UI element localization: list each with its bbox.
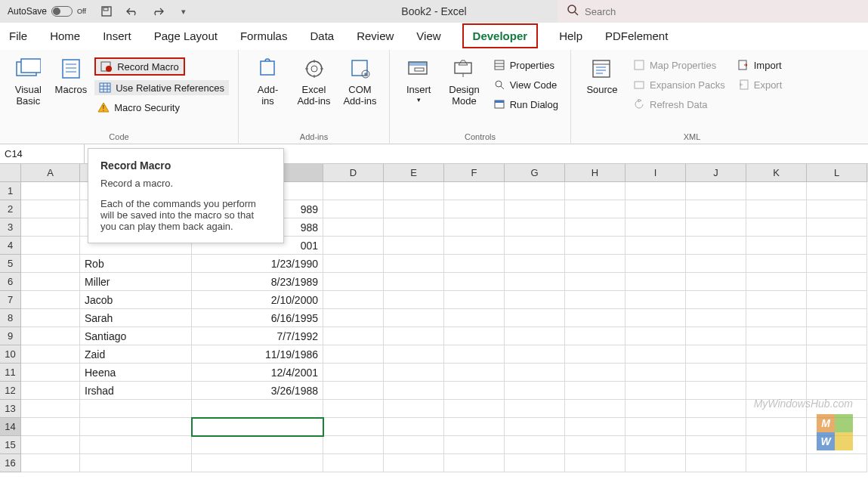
cell-F1[interactable]: [444, 182, 505, 200]
cell-I7[interactable]: [626, 291, 686, 309]
cell-H5[interactable]: [565, 255, 626, 273]
cell-L7[interactable]: [807, 291, 867, 309]
cell-D3[interactable]: [323, 218, 384, 237]
cell-D13[interactable]: [323, 400, 384, 418]
row-header-13[interactable]: 13: [0, 400, 21, 418]
cell-J16[interactable]: [686, 454, 746, 472]
cell-K8[interactable]: [746, 309, 807, 327]
cell-D12[interactable]: [323, 382, 384, 400]
cell-J12[interactable]: [686, 382, 746, 400]
cell-B7[interactable]: Jacob: [80, 291, 192, 309]
cell-I15[interactable]: [626, 436, 686, 454]
cell-F12[interactable]: [444, 382, 505, 400]
cell-A2[interactable]: [21, 200, 80, 218]
cell-L5[interactable]: [807, 255, 867, 273]
cell-L14[interactable]: [807, 418, 867, 436]
cell-E2[interactable]: [384, 200, 444, 218]
cell-F9[interactable]: [444, 327, 505, 345]
cell-H14[interactable]: [565, 418, 626, 436]
addins-button[interactable]: Add-ins: [248, 56, 288, 107]
cell-H3[interactable]: [565, 218, 626, 237]
cell-G7[interactable]: [505, 291, 565, 309]
cell-L6[interactable]: [807, 273, 867, 291]
cell-B10[interactable]: Zaid: [80, 345, 192, 364]
row-header-3[interactable]: 3: [0, 218, 21, 237]
redo-icon[interactable]: [151, 5, 165, 18]
cell-H10[interactable]: [565, 345, 626, 364]
search-input[interactable]: [585, 6, 859, 17]
cell-L1[interactable]: [807, 182, 867, 200]
cell-G14[interactable]: [505, 418, 565, 436]
row-header-15[interactable]: 15: [0, 436, 21, 454]
cell-E8[interactable]: [384, 309, 444, 327]
cell-I5[interactable]: [626, 255, 686, 273]
cell-L16[interactable]: [807, 454, 867, 472]
column-header-I[interactable]: I: [626, 164, 686, 182]
cell-B11[interactable]: Heena: [80, 364, 192, 382]
column-header-F[interactable]: F: [444, 164, 505, 182]
cell-B6[interactable]: Miller: [80, 273, 192, 291]
cell-G10[interactable]: [505, 345, 565, 364]
cell-B13[interactable]: [80, 400, 192, 418]
cell-D6[interactable]: [323, 273, 384, 291]
tab-review[interactable]: Review: [355, 25, 395, 47]
cell-E5[interactable]: [384, 255, 444, 273]
cell-D7[interactable]: [323, 291, 384, 309]
cell-B16[interactable]: [80, 454, 192, 472]
cell-J5[interactable]: [686, 255, 746, 273]
cell-A7[interactable]: [21, 291, 80, 309]
cell-F15[interactable]: [444, 436, 505, 454]
cell-E6[interactable]: [384, 273, 444, 291]
cell-A8[interactable]: [21, 309, 80, 327]
cell-J15[interactable]: [686, 436, 746, 454]
cell-G4[interactable]: [505, 237, 565, 255]
cell-D5[interactable]: [323, 255, 384, 273]
cell-H16[interactable]: [565, 454, 626, 472]
cell-F11[interactable]: [444, 364, 505, 382]
cell-F16[interactable]: [444, 454, 505, 472]
tab-home[interactable]: Home: [48, 25, 82, 47]
cell-L15[interactable]: [807, 436, 867, 454]
cell-K1[interactable]: [746, 182, 807, 200]
cell-C15[interactable]: [192, 436, 323, 454]
design-mode-button[interactable]: DesignMode: [444, 56, 483, 112]
column-header-E[interactable]: E: [384, 164, 444, 182]
tab-developer[interactable]: Developer: [462, 23, 539, 48]
properties-button[interactable]: Properties: [490, 57, 558, 73]
cell-E14[interactable]: [384, 418, 444, 436]
cell-G8[interactable]: [505, 309, 565, 327]
cell-G5[interactable]: [505, 255, 565, 273]
cell-A4[interactable]: [21, 237, 80, 255]
cell-H2[interactable]: [565, 200, 626, 218]
run-dialog-button[interactable]: Run Dialog: [490, 97, 561, 112]
cell-F7[interactable]: [444, 291, 505, 309]
row-header-7[interactable]: 7: [0, 291, 21, 309]
cell-I3[interactable]: [626, 218, 686, 237]
tab-view[interactable]: View: [415, 25, 442, 47]
cell-L13[interactable]: [807, 400, 867, 418]
cell-C8[interactable]: 6/16/1995: [192, 309, 323, 327]
cell-F5[interactable]: [444, 255, 505, 273]
cell-C11[interactable]: 12/4/2001: [192, 364, 323, 382]
cell-C10[interactable]: 11/19/1986: [192, 345, 323, 364]
cell-L10[interactable]: [807, 345, 867, 364]
column-header-L[interactable]: L: [807, 164, 867, 182]
cell-H6[interactable]: [565, 273, 626, 291]
cell-B12[interactable]: Irshad: [80, 382, 192, 400]
cell-I2[interactable]: [626, 200, 686, 218]
cell-E1[interactable]: [384, 182, 444, 200]
cell-B14[interactable]: [80, 418, 192, 436]
cell-C9[interactable]: 7/7/1992: [192, 327, 323, 345]
cell-G3[interactable]: [505, 218, 565, 237]
search-box[interactable]: [558, 0, 868, 23]
cell-I6[interactable]: [626, 273, 686, 291]
cell-J8[interactable]: [686, 309, 746, 327]
row-header-9[interactable]: 9: [0, 327, 21, 345]
cell-I1[interactable]: [626, 182, 686, 200]
row-header-6[interactable]: 6: [0, 273, 21, 291]
cell-L12[interactable]: [807, 382, 867, 400]
cell-D11[interactable]: [323, 364, 384, 382]
cell-C13[interactable]: [192, 400, 323, 418]
cell-A12[interactable]: [21, 382, 80, 400]
cell-K12[interactable]: [746, 382, 807, 400]
